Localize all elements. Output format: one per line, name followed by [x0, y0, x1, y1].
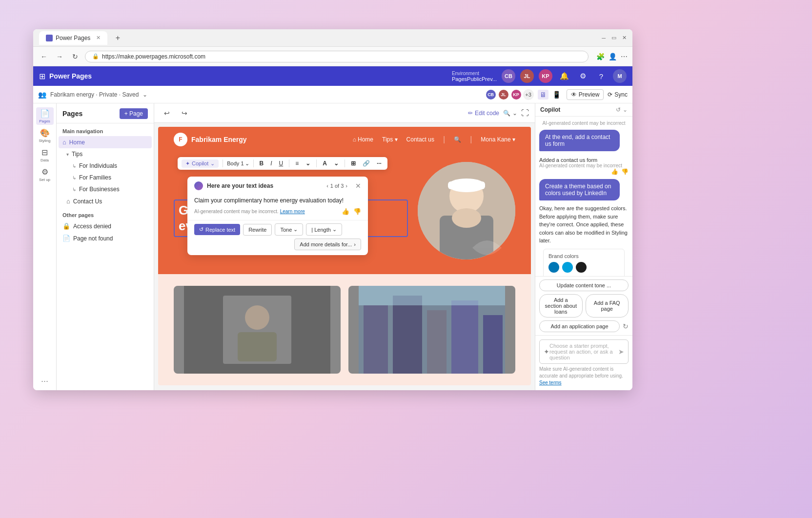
redo-toolbar-btn[interactable]: ↪: [178, 106, 191, 120]
help-icon[interactable]: ?: [594, 69, 608, 83]
thumbs-up-btn[interactable]: 👍: [342, 208, 349, 215]
maximize-btn[interactable]: ▭: [611, 35, 616, 41]
learn-more-link[interactable]: Learn more: [280, 209, 305, 214]
attach-btn[interactable]: ✦: [544, 348, 549, 356]
bold-btn[interactable]: B: [258, 159, 266, 168]
copilot-popup-icon: [194, 181, 203, 190]
nav-item-home[interactable]: ⌂ Home: [59, 136, 152, 148]
preview-btn[interactable]: 👁 Preview: [567, 89, 604, 100]
add-faq-page-btn[interactable]: Add a FAQ page: [586, 294, 629, 318]
more-format-btn[interactable]: ⊞: [349, 159, 358, 168]
site-nav-search[interactable]: 🔍: [454, 136, 461, 143]
site-nav-home[interactable]: ⌂ Home: [353, 136, 373, 143]
settings-btn[interactable]: ⋯: [621, 53, 628, 60]
profile-btn[interactable]: 👤: [609, 53, 617, 60]
tab-favicon: [46, 35, 53, 41]
popup-close-btn[interactable]: ✕: [355, 182, 361, 190]
saved-chevron[interactable]: ⌄: [142, 91, 147, 98]
thumbs-down-btn[interactable]: 👎: [353, 208, 361, 215]
align-chevron[interactable]: ⌄: [304, 159, 312, 168]
nav-item-contact-us[interactable]: ⌂ Contact Us: [59, 195, 152, 207]
data-sidebar-btn[interactable]: ⊟ Data: [36, 146, 54, 164]
settings-icon[interactable]: ⚙: [576, 69, 589, 83]
bell-icon[interactable]: 🔔: [557, 69, 571, 83]
nav-item-for-businesses[interactable]: ↳ For Businesses: [59, 183, 152, 195]
rewrite-btn[interactable]: Rewrite: [243, 224, 272, 236]
refresh-suggestions-btn[interactable]: ↻: [623, 322, 629, 330]
collab-avatar-2[interactable]: JL: [498, 89, 509, 100]
prev-suggestion-btn[interactable]: ‹: [326, 183, 328, 189]
tone-btn[interactable]: Tone ⌄: [275, 223, 303, 236]
update-content-tone-btn[interactable]: Update content tone ...: [539, 279, 629, 291]
pages-sidebar-btn[interactable]: 📄 Pages: [36, 107, 54, 125]
font-color-chevron[interactable]: ⌄: [332, 159, 341, 168]
close-btn[interactable]: ✕: [622, 35, 627, 41]
add-details-btn[interactable]: Add more details for... ›: [294, 239, 361, 250]
fullscreen-btn[interactable]: ⛶: [521, 109, 529, 118]
refresh-btn[interactable]: ↻: [69, 51, 81, 62]
replace-text-btn[interactable]: ↺ Replace text: [194, 224, 240, 235]
mobile-view-btn[interactable]: 📱: [550, 90, 563, 100]
brand-color-2[interactable]: [562, 262, 573, 273]
link-btn[interactable]: 🔗: [361, 159, 372, 168]
add-page-btn[interactable]: + Page: [120, 108, 148, 119]
new-tab-btn[interactable]: +: [111, 32, 124, 44]
nav-item-page-not-found[interactable]: 📄 Page not found: [59, 232, 152, 244]
more-sidebar-btn[interactable]: ···: [41, 376, 48, 386]
body-style-select[interactable]: Body 1 ⌄: [227, 160, 249, 167]
brand-color-1[interactable]: [548, 262, 559, 273]
next-suggestion-btn[interactable]: ›: [345, 183, 347, 189]
ai-thumbs-up-1[interactable]: 👍: [611, 168, 618, 175]
brand-color-3[interactable]: [576, 262, 587, 273]
chat-input-area: ✦ Choose a starter prompt, request an ac…: [539, 339, 629, 364]
ai-bubble-2: Create a theme based on colors used by L…: [539, 179, 620, 200]
length-btn[interactable]: | Length ⌄: [306, 223, 342, 236]
add-application-page-btn[interactable]: Add an application page: [539, 320, 620, 332]
nav-item-access-denied[interactable]: 🔒 Access denied: [59, 220, 152, 232]
forward-btn[interactable]: →: [54, 51, 65, 62]
undo-toolbar-btn[interactable]: ↩: [160, 106, 174, 120]
setup-sidebar-btn[interactable]: ⚙ Set up: [36, 166, 54, 183]
profile-avatar[interactable]: M: [613, 69, 627, 83]
underline-btn[interactable]: U: [277, 159, 285, 168]
ai-thumbs-down-1[interactable]: 👎: [621, 168, 629, 175]
address-bar[interactable]: 🔒 https://make.powerpages.microsoft.com: [85, 51, 589, 62]
zoom-icon: 🔍: [503, 110, 510, 117]
nav-item-for-families[interactable]: ↳ For Families: [59, 172, 152, 183]
user-avatar-kp[interactable]: KP: [539, 69, 552, 83]
send-btn[interactable]: ➤: [618, 348, 624, 356]
more-btn[interactable]: ···: [375, 159, 384, 168]
ai-refresh-btn[interactable]: ↺: [616, 106, 621, 113]
site-nav-tips[interactable]: Tips ▾: [382, 136, 398, 143]
font-color-btn[interactable]: A: [321, 159, 329, 168]
see-terms-link[interactable]: See terms: [539, 380, 562, 385]
more-users-count: +3: [523, 89, 534, 100]
site-user-name[interactable]: Mona Kane ▾: [481, 136, 515, 143]
align-btn[interactable]: ≡: [293, 159, 301, 168]
copilot-badge[interactable]: ✦ Copilot ⌄: [182, 159, 219, 168]
desktop-view-btn[interactable]: 🖥: [538, 90, 548, 100]
browser-tab[interactable]: Power Pages ✕: [39, 31, 107, 45]
page-not-found-icon: 📄: [62, 235, 70, 242]
ai-expand-btn[interactable]: ⌄: [623, 106, 628, 113]
user-avatar-2[interactable]: JL: [520, 69, 534, 83]
replace-icon: ↺: [199, 226, 203, 233]
extensions-btn[interactable]: 🧩: [596, 53, 605, 60]
styling-sidebar-btn[interactable]: 🎨 Styling: [36, 127, 54, 144]
add-loans-section-btn[interactable]: Add a section about loans: [539, 294, 583, 318]
nav-item-for-individuals[interactable]: ↳ For Individuals: [59, 160, 152, 172]
minimize-btn[interactable]: ─: [602, 35, 606, 41]
zoom-control[interactable]: 🔍 ⌄: [503, 110, 517, 117]
nav-item-tips[interactable]: ▾ Tips: [59, 148, 152, 160]
waffle-icon[interactable]: ⊞: [39, 72, 45, 81]
back-btn[interactable]: ←: [38, 51, 50, 62]
user-avatar-cb[interactable]: CB: [502, 69, 515, 83]
sync-btn[interactable]: ⟳ Sync: [608, 91, 628, 98]
italic-btn[interactable]: I: [268, 159, 274, 168]
site-nav-contact[interactable]: Contact us: [406, 136, 434, 143]
collab-avatar-3[interactable]: KP: [510, 89, 522, 100]
collab-avatar-1[interactable]: CB: [485, 89, 497, 100]
tab-close-btn[interactable]: ✕: [96, 35, 101, 41]
edit-code-btn[interactable]: ✏ Edit code: [468, 110, 499, 117]
device-toggle: 🖥 📱: [538, 90, 563, 100]
